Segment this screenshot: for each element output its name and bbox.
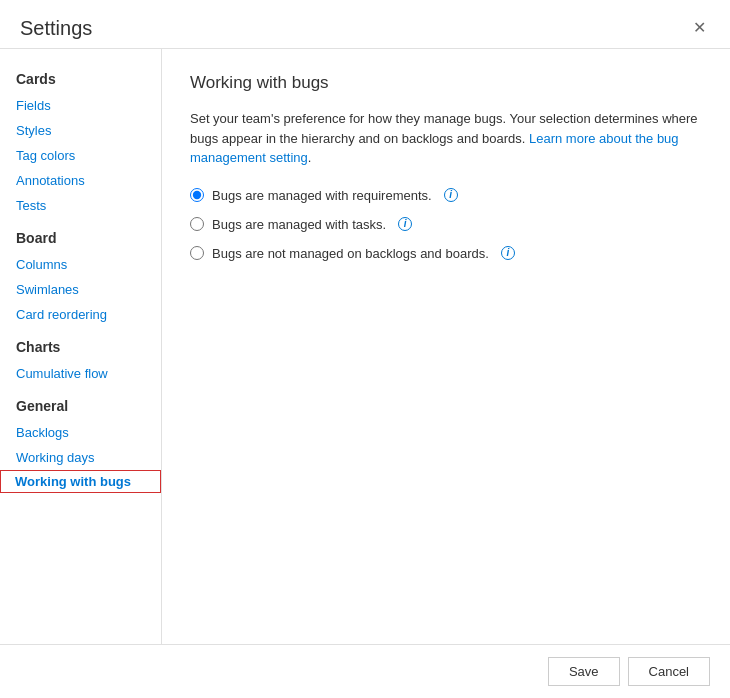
sidebar-section-board: Board <box>0 218 161 252</box>
sidebar-item-swimlanes[interactable]: Swimlanes <box>0 277 161 302</box>
option-bugs-requirements-label: Bugs are managed with requirements. <box>212 188 432 203</box>
sidebar-section-cards: Cards <box>0 59 161 93</box>
option-bugs-requirements[interactable]: Bugs are managed with requirements. i <box>190 188 702 203</box>
cancel-button[interactable]: Cancel <box>628 657 710 686</box>
sidebar-item-working-days[interactable]: Working days <box>0 445 161 470</box>
option-bugs-not-managed[interactable]: Bugs are not managed on backlogs and boa… <box>190 246 702 261</box>
sidebar-item-card-reordering[interactable]: Card reordering <box>0 302 161 327</box>
sidebar-item-backlogs[interactable]: Backlogs <box>0 420 161 445</box>
sidebar-item-styles[interactable]: Styles <box>0 118 161 143</box>
sidebar-item-annotations[interactable]: Annotations <box>0 168 161 193</box>
sidebar-item-tests[interactable]: Tests <box>0 193 161 218</box>
sidebar: Cards Fields Styles Tag colors Annotatio… <box>0 49 162 644</box>
dialog-body: Cards Fields Styles Tag colors Annotatio… <box>0 48 730 644</box>
main-content: Working with bugs Set your team's prefer… <box>162 49 730 644</box>
content-title: Working with bugs <box>190 73 702 93</box>
settings-dialog: Settings ✕ Cards Fields Styles Tag color… <box>0 0 730 698</box>
sidebar-item-tag-colors[interactable]: Tag colors <box>0 143 161 168</box>
description-period: . <box>308 150 312 165</box>
radio-bugs-tasks[interactable] <box>190 217 204 231</box>
close-button[interactable]: ✕ <box>689 16 710 40</box>
sidebar-section-charts: Charts <box>0 327 161 361</box>
sidebar-item-cumulative-flow[interactable]: Cumulative flow <box>0 361 161 386</box>
sidebar-section-general: General <box>0 386 161 420</box>
dialog-header: Settings ✕ <box>0 0 730 48</box>
dialog-footer: Save Cancel <box>0 644 730 698</box>
sidebar-item-fields[interactable]: Fields <box>0 93 161 118</box>
option-bugs-not-managed-label: Bugs are not managed on backlogs and boa… <box>212 246 489 261</box>
radio-bugs-not-managed[interactable] <box>190 246 204 260</box>
content-description: Set your team's preference for how they … <box>190 109 702 168</box>
save-button[interactable]: Save <box>548 657 620 686</box>
info-icon-not-managed[interactable]: i <box>501 246 515 260</box>
sidebar-item-columns[interactable]: Columns <box>0 252 161 277</box>
radio-bugs-requirements[interactable] <box>190 188 204 202</box>
info-icon-tasks[interactable]: i <box>398 217 412 231</box>
option-bugs-tasks[interactable]: Bugs are managed with tasks. i <box>190 217 702 232</box>
info-icon-requirements[interactable]: i <box>444 188 458 202</box>
option-bugs-tasks-label: Bugs are managed with tasks. <box>212 217 386 232</box>
bug-options-group: Bugs are managed with requirements. i Bu… <box>190 188 702 261</box>
dialog-title: Settings <box>20 17 92 40</box>
sidebar-item-working-with-bugs[interactable]: Working with bugs <box>0 470 161 493</box>
